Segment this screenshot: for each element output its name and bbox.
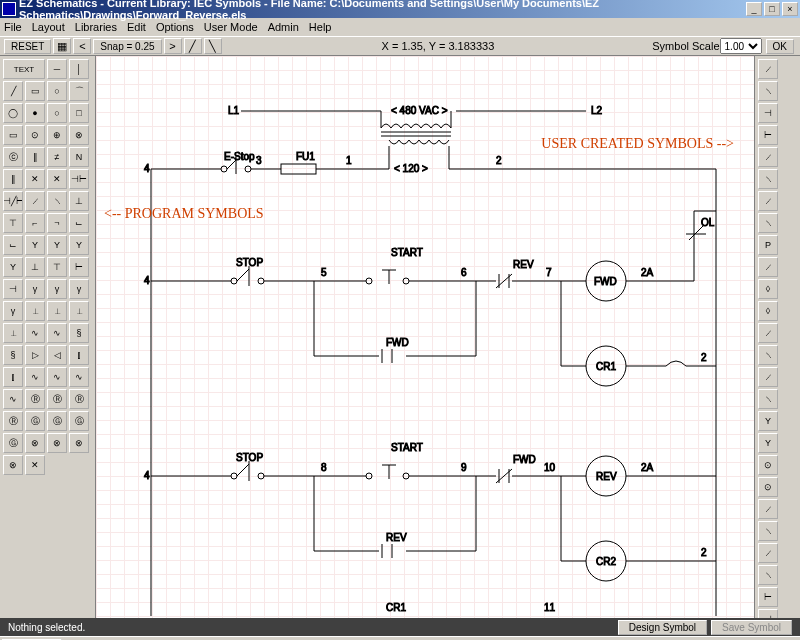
snap-button[interactable]: Snap = 0.25 <box>93 39 161 54</box>
usym-13-icon[interactable]: ⟍ <box>758 345 778 365</box>
usym-2-icon[interactable]: ⟍ <box>758 81 778 101</box>
usym-21-icon[interactable]: ⟍ <box>758 521 778 541</box>
design-symbol-button[interactable]: Design Symbol <box>618 620 707 635</box>
sym-b-icon[interactable]: ¬ <box>47 213 67 233</box>
usym-1-icon[interactable]: ⟋ <box>758 59 778 79</box>
line-h-icon[interactable]: ─ <box>47 59 67 79</box>
g-icon[interactable]: Ⓖ <box>25 411 45 431</box>
n-icon[interactable]: N <box>69 147 89 167</box>
sym-n-icon[interactable]: γ <box>47 279 67 299</box>
usym-8-icon[interactable]: ⟍ <box>758 213 778 233</box>
r2-icon[interactable]: Ⓡ <box>47 389 67 409</box>
square-tool-icon[interactable]: □ <box>69 103 89 123</box>
symbol-scale-select[interactable]: 1.00 <box>720 38 762 54</box>
neq-icon[interactable]: ≠ <box>47 147 67 167</box>
sym-k-icon[interactable]: ⊢ <box>69 257 89 277</box>
sym-i-icon[interactable]: ⊥ <box>25 257 45 277</box>
pb2-icon[interactable]: ⊤ <box>3 213 23 233</box>
circle-tool-icon[interactable]: ◯ <box>3 103 23 123</box>
sym-scroll-icon[interactable]: ✕ <box>25 455 45 475</box>
usym-7-icon[interactable]: ⟋ <box>758 191 778 211</box>
symbol3-icon[interactable]: ⊗ <box>69 125 89 145</box>
res2-icon[interactable]: ∿ <box>47 367 67 387</box>
grid-icon[interactable]: ▦ <box>53 38 71 54</box>
switch2-icon[interactable]: ⟍ <box>47 191 67 211</box>
r4-icon[interactable]: Ⓡ <box>3 411 23 431</box>
sym-e-icon[interactable]: Y <box>25 235 45 255</box>
usym-9-icon[interactable]: ⟋ <box>758 257 778 277</box>
cross2-icon[interactable]: ✕ <box>47 169 67 189</box>
sym-g-icon[interactable]: Y <box>69 235 89 255</box>
xfmr2-icon[interactable]: § <box>3 345 23 365</box>
cross-icon[interactable]: ✕ <box>25 169 45 189</box>
sym-m-icon[interactable]: γ <box>25 279 45 299</box>
sym-c-icon[interactable]: ⌙ <box>69 213 89 233</box>
contact-nc-icon[interactable]: ⊣╱⊢ <box>3 191 23 211</box>
scroll-right-button[interactable]: > <box>164 38 182 54</box>
usym-22-icon[interactable]: ⟋ <box>758 543 778 563</box>
menu-usermode[interactable]: User Mode <box>204 21 258 33</box>
filled-circle-icon[interactable]: ● <box>25 103 45 123</box>
coil2-icon[interactable]: ∿ <box>47 323 67 343</box>
rect-tool-icon[interactable]: ▭ <box>25 81 45 101</box>
r-icon[interactable]: Ⓡ <box>25 389 45 409</box>
x2-icon[interactable]: ⊗ <box>47 433 67 453</box>
diode-icon[interactable]: ▷ <box>25 345 45 365</box>
usym-17-icon[interactable]: Y <box>758 433 778 453</box>
coil-icon[interactable]: ∿ <box>25 323 45 343</box>
usym-24-icon[interactable]: ⊢ <box>758 587 778 607</box>
line-v-icon[interactable]: │ <box>69 59 89 79</box>
menu-file[interactable]: File <box>4 21 22 33</box>
reset-button[interactable]: RESET <box>4 39 51 54</box>
scroll-left-button[interactable]: < <box>73 38 91 54</box>
usym-20-icon[interactable]: ⟋ <box>758 499 778 519</box>
res-icon[interactable]: ∿ <box>25 367 45 387</box>
usym-23-icon[interactable]: ⟍ <box>758 565 778 585</box>
menu-layout[interactable]: Layout <box>32 21 65 33</box>
menu-edit[interactable]: Edit <box>127 21 146 33</box>
sym-d-icon[interactable]: ⌙ <box>3 235 23 255</box>
wave2-icon[interactable]: ∿ <box>3 389 23 409</box>
menu-libraries[interactable]: Libraries <box>75 21 117 33</box>
sym-l-icon[interactable]: ⊣ <box>3 279 23 299</box>
usym-19-icon[interactable]: ⊙ <box>758 477 778 497</box>
cap-icon[interactable]: ⫿ <box>69 345 89 365</box>
contact-no-icon[interactable]: ⊣⊢ <box>69 169 89 189</box>
xfmr-icon[interactable]: § <box>69 323 89 343</box>
diode2-icon[interactable]: ◁ <box>47 345 67 365</box>
usym-16-icon[interactable]: Y <box>758 411 778 431</box>
symbol2-icon[interactable]: ⊕ <box>47 125 67 145</box>
curve-tool-icon[interactable]: ⌒ <box>69 81 89 101</box>
usym-15-icon[interactable]: ⟍ <box>758 389 778 409</box>
vbar2-icon[interactable]: ‖ <box>3 169 23 189</box>
menu-help[interactable]: Help <box>309 21 332 33</box>
minimize-button[interactable]: _ <box>746 2 762 16</box>
usym-10-icon[interactable]: ◊ <box>758 279 778 299</box>
x-icon[interactable]: ⊗ <box>25 433 45 453</box>
dotted-rect-icon[interactable]: ▭ <box>3 125 23 145</box>
sym-s-icon[interactable]: ⟂ <box>69 301 89 321</box>
usym-18-icon[interactable]: ⊙ <box>758 455 778 475</box>
g3-icon[interactable]: Ⓖ <box>69 411 89 431</box>
usym-14-icon[interactable]: ⟋ <box>758 367 778 387</box>
drawing-canvas[interactable]: L1 < 480 VAC > L2 4 E-Stop 3 FU1 1 < <box>96 56 754 618</box>
circle-small-icon[interactable]: ○ <box>47 103 67 123</box>
sym-r-icon[interactable]: ⟂ <box>47 301 67 321</box>
menu-admin[interactable]: Admin <box>268 21 299 33</box>
sym-t-icon[interactable]: ⟂ <box>3 323 23 343</box>
maximize-button[interactable]: □ <box>764 2 780 16</box>
usym-p-icon[interactable]: P <box>758 235 778 255</box>
g4-icon[interactable]: Ⓖ <box>3 433 23 453</box>
close-button[interactable]: × <box>782 2 798 16</box>
sym-f-icon[interactable]: Y <box>47 235 67 255</box>
usym-5-icon[interactable]: ⟋ <box>758 147 778 167</box>
usym-12-icon[interactable]: ⟋ <box>758 323 778 343</box>
g2-icon[interactable]: Ⓖ <box>47 411 67 431</box>
cr-symbol-icon[interactable]: ⓒ <box>3 147 23 167</box>
switch-icon[interactable]: ⟋ <box>25 191 45 211</box>
sym-a-icon[interactable]: ⌐ <box>25 213 45 233</box>
usym-11-icon[interactable]: ◊ <box>758 301 778 321</box>
r3-icon[interactable]: Ⓡ <box>69 389 89 409</box>
x4-icon[interactable]: ⊗ <box>3 455 23 475</box>
sym-j-icon[interactable]: ⊤ <box>47 257 67 277</box>
